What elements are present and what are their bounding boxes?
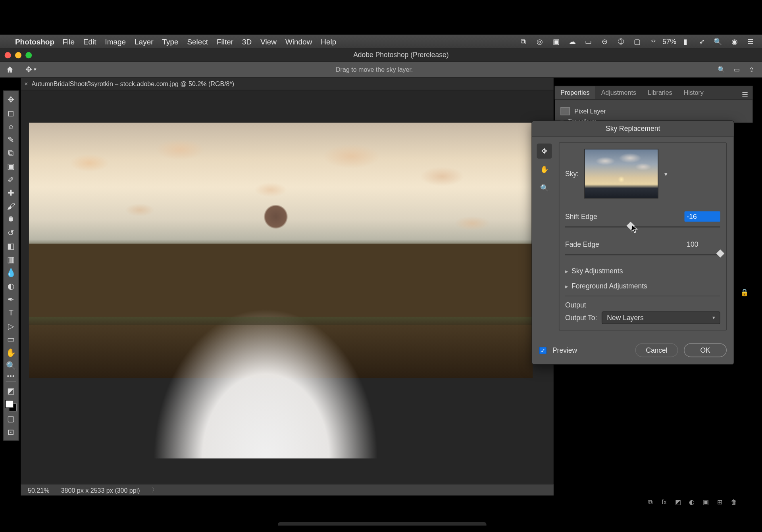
- dock-hint: [278, 522, 486, 526]
- zoom-level[interactable]: 50.21%: [28, 486, 49, 494]
- panel-menu-icon[interactable]: ☰: [737, 91, 752, 99]
- lock-icon[interactable]: 🔒: [740, 288, 749, 296]
- siri-icon[interactable]: ◉: [729, 37, 739, 46]
- menu-edit[interactable]: Edit: [83, 37, 96, 46]
- edit-toolbar-icon[interactable]: •••: [7, 373, 15, 379]
- color-swatches[interactable]: [5, 400, 17, 411]
- sky-dropdown-icon[interactable]: ▾: [664, 171, 670, 177]
- menu-view[interactable]: View: [260, 37, 277, 46]
- cancel-button[interactable]: Cancel: [635, 343, 678, 357]
- group-icon[interactable]: ▣: [702, 498, 710, 505]
- sky-hand-tool[interactable]: ✋: [537, 162, 552, 177]
- menu-layer[interactable]: Layer: [135, 37, 153, 46]
- menu-file[interactable]: File: [62, 37, 75, 46]
- link-icon[interactable]: ⧉: [646, 498, 654, 505]
- menu-window[interactable]: Window: [285, 37, 312, 46]
- sky-zoom-tool[interactable]: 🔍: [537, 181, 552, 196]
- gradient-tool[interactable]: ▥: [4, 253, 18, 266]
- cloud-icon[interactable]: ☁: [568, 37, 577, 46]
- fx-icon[interactable]: fx: [660, 498, 668, 505]
- search-icon[interactable]: 🔍: [716, 66, 727, 73]
- location-icon[interactable]: ➶: [697, 37, 706, 46]
- fade-edge-slider[interactable]: [565, 251, 720, 259]
- eyedropper-tool[interactable]: ✐: [4, 173, 18, 186]
- canvas-area[interactable]: 50.21% 3800 px x 2533 px (300 ppi) 〉: [21, 90, 554, 496]
- quick-mask-icon[interactable]: ◩: [4, 384, 18, 397]
- adjustment-layer-icon[interactable]: ◐: [688, 498, 696, 505]
- menu-select[interactable]: Select: [187, 37, 208, 46]
- battery-icon[interactable]: ▮: [681, 37, 690, 46]
- fade-edge-value[interactable]: 100: [685, 239, 720, 250]
- document-image[interactable]: [29, 123, 533, 458]
- hand-tool[interactable]: ✋: [4, 346, 18, 359]
- move-tool[interactable]: ✥: [4, 93, 18, 106]
- window-zoom-button[interactable]: [25, 52, 32, 58]
- crop-tool[interactable]: ⧉: [4, 146, 18, 159]
- menu-help[interactable]: Help: [321, 37, 336, 46]
- share-icon[interactable]: ⇪: [746, 66, 757, 73]
- airplay-icon[interactable]: ▢: [632, 37, 641, 46]
- type-tool[interactable]: T: [4, 306, 18, 319]
- window-close-button[interactable]: [5, 52, 11, 58]
- menu-type[interactable]: Type: [162, 37, 178, 46]
- preview-checkbox[interactable]: ✓: [539, 346, 546, 354]
- new-layer-icon[interactable]: ⊞: [716, 498, 724, 505]
- menubar-app-name[interactable]: Photoshop: [15, 37, 54, 46]
- history-brush-tool[interactable]: ↺: [4, 226, 18, 239]
- shape-tool[interactable]: ▭: [4, 333, 18, 346]
- mask-icon[interactable]: ◩: [674, 498, 682, 505]
- pen-tool[interactable]: ✒: [4, 293, 18, 305]
- foreground-adjustments-section[interactable]: ▸ Foreground Adjustments: [565, 277, 720, 292]
- brush-tool[interactable]: 🖌: [4, 200, 18, 212]
- accessibility-icon[interactable]: ➀: [616, 37, 625, 46]
- tab-close-icon[interactable]: ×: [24, 80, 28, 87]
- lasso-tool[interactable]: ⌕: [4, 120, 18, 133]
- menu-filter[interactable]: Filter: [217, 37, 233, 46]
- tab-properties[interactable]: Properties: [555, 86, 595, 99]
- shift-edge-slider[interactable]: [565, 223, 720, 231]
- menu-3d[interactable]: 3D: [242, 37, 252, 46]
- sky-move-tool[interactable]: ✥: [537, 144, 552, 159]
- tab-history[interactable]: History: [678, 86, 709, 99]
- tab-adjustments[interactable]: Adjustments: [595, 86, 642, 99]
- screen-mode-icon-2[interactable]: ⊡: [4, 425, 18, 438]
- window-minimize-button[interactable]: [15, 52, 21, 58]
- blur-tool[interactable]: 💧: [4, 266, 18, 279]
- trash-icon[interactable]: 🗑: [729, 498, 737, 505]
- move-tool-indicator[interactable]: ✥ ▾: [25, 65, 37, 74]
- sky-adjustments-section[interactable]: ▸ Sky Adjustments: [565, 262, 720, 277]
- tab-libraries[interactable]: Libraries: [642, 86, 678, 99]
- quick-select-tool[interactable]: ✎: [4, 133, 18, 146]
- output-section-title: Output: [565, 301, 720, 309]
- ok-button[interactable]: OK: [684, 343, 727, 357]
- healing-tool[interactable]: ✚: [4, 186, 18, 199]
- path-select-tool[interactable]: ▷: [4, 319, 18, 332]
- status-icon[interactable]: ⊝: [600, 37, 609, 46]
- eraser-tool[interactable]: ◧: [4, 240, 18, 252]
- home-icon[interactable]: [5, 64, 15, 75]
- battery-percent[interactable]: 57%: [665, 37, 674, 46]
- zoom-tool[interactable]: 🔍: [4, 359, 18, 372]
- display-icon[interactable]: ▭: [584, 37, 593, 46]
- output-to-select[interactable]: New Layers ▾: [602, 311, 720, 324]
- shift-edge-value[interactable]: -16: [685, 211, 720, 222]
- doc-dimensions[interactable]: 3800 px x 2533 px (300 ppi): [61, 486, 140, 494]
- workspace-icon[interactable]: ▭: [731, 66, 742, 73]
- status-bar: 50.21% 3800 px x 2533 px (300 ppi) 〉: [21, 484, 554, 496]
- stamp-tool[interactable]: ⧯: [4, 213, 18, 226]
- frame-tool[interactable]: ▣: [4, 160, 18, 173]
- cc-icon[interactable]: ▣: [551, 37, 560, 46]
- sync-icon[interactable]: ◎: [535, 37, 544, 46]
- dodge-tool[interactable]: ◐: [4, 280, 18, 292]
- document-tab[interactable]: AutumnBridalShoot©syrotkin – stock.adobe…: [31, 80, 234, 87]
- sky-preset-thumbnail[interactable]: [585, 149, 659, 198]
- preview-label[interactable]: Preview: [552, 346, 577, 354]
- statusbar-chevron-icon[interactable]: 〉: [152, 486, 158, 494]
- screen-record-icon[interactable]: ⧉: [519, 37, 528, 46]
- screen-mode-icon[interactable]: ▢: [4, 412, 18, 425]
- menu-image[interactable]: Image: [105, 37, 126, 46]
- marquee-tool[interactable]: ◻: [4, 106, 18, 119]
- control-center-icon[interactable]: ☰: [746, 37, 755, 46]
- wifi-icon[interactable]: ⌔: [648, 37, 658, 46]
- spotlight-icon[interactable]: 🔍: [713, 37, 722, 46]
